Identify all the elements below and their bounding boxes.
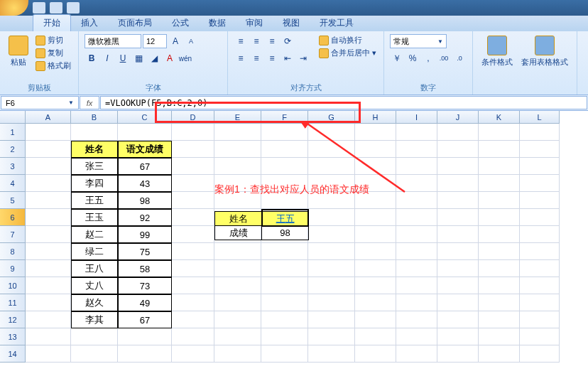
cell-J12[interactable] <box>437 311 479 328</box>
cell-J11[interactable] <box>437 294 479 311</box>
cell-I12[interactable] <box>396 311 437 328</box>
cell-H7[interactable] <box>355 226 396 243</box>
cell-F10[interactable] <box>261 277 308 294</box>
cell-E2[interactable] <box>214 141 261 158</box>
cell-F1[interactable] <box>261 124 308 141</box>
tab-7[interactable]: 开发工具 <box>310 15 364 31</box>
cell-B13[interactable] <box>71 328 118 345</box>
office-button[interactable] <box>0 0 28 16</box>
cell-G1[interactable] <box>308 124 355 141</box>
cell-E13[interactable] <box>214 328 261 345</box>
name-box[interactable]: F6▼ <box>1 96 79 109</box>
font-color-button[interactable]: A <box>163 51 177 65</box>
cell-J7[interactable] <box>437 226 479 243</box>
cell-D9[interactable] <box>172 260 214 277</box>
cell-J14[interactable] <box>437 345 479 363</box>
cell-H3[interactable] <box>355 158 396 175</box>
cell-C3[interactable]: 67 <box>118 158 172 175</box>
cell-C8[interactable]: 75 <box>118 243 172 260</box>
row-header-8[interactable]: 8 <box>0 243 26 260</box>
cell-G8[interactable] <box>308 243 355 260</box>
cell-B5[interactable]: 王五 <box>71 192 118 209</box>
cell-G11[interactable] <box>308 294 355 311</box>
cell-C12[interactable]: 67 <box>118 311 172 328</box>
font-size-input[interactable] <box>143 34 167 48</box>
cell-H2[interactable] <box>355 141 396 158</box>
select-all-corner[interactable] <box>0 111 26 124</box>
underline-button[interactable]: U <box>116 51 130 65</box>
cell-I3[interactable] <box>396 158 437 175</box>
cell-H14[interactable] <box>355 345 396 363</box>
copy-button[interactable]: 复制 <box>34 47 72 59</box>
cell-B4[interactable]: 李四 <box>71 175 118 192</box>
cell-D6[interactable] <box>172 209 214 226</box>
cell-L5[interactable] <box>520 192 560 209</box>
cell-F3[interactable] <box>261 158 308 175</box>
cell-L3[interactable] <box>520 158 560 175</box>
cell-I4[interactable] <box>396 175 437 192</box>
cell-L6[interactable] <box>520 209 560 226</box>
col-header-C[interactable]: C <box>118 111 172 124</box>
cell-E8[interactable] <box>214 243 261 260</box>
bold-button[interactable]: B <box>85 51 99 65</box>
cell-D12[interactable] <box>172 311 214 328</box>
cell-D4[interactable] <box>172 175 214 192</box>
cell-A6[interactable] <box>26 209 71 226</box>
border-button[interactable]: ▦ <box>131 51 146 65</box>
cell-L4[interactable] <box>520 175 560 192</box>
tab-5[interactable]: 审阅 <box>236 15 273 31</box>
cell-F9[interactable] <box>261 260 308 277</box>
cell-L12[interactable] <box>520 311 560 328</box>
col-header-B[interactable]: B <box>71 111 118 124</box>
cell-E11[interactable] <box>214 294 261 311</box>
cell-D11[interactable] <box>172 294 214 311</box>
row-header-12[interactable]: 12 <box>0 311 26 328</box>
cell-G14[interactable] <box>308 345 355 363</box>
cell-D5[interactable] <box>172 192 214 209</box>
cell-F11[interactable] <box>261 294 308 311</box>
cell-K1[interactable] <box>479 124 520 141</box>
row-header-2[interactable]: 2 <box>0 141 26 158</box>
cell-C14[interactable] <box>118 345 172 363</box>
cell-B9[interactable]: 王八 <box>71 260 118 277</box>
tab-1[interactable]: 插入 <box>71 15 108 31</box>
cell-J4[interactable] <box>437 175 479 192</box>
cut-button[interactable]: 剪切 <box>34 34 72 46</box>
qat-undo-icon[interactable] <box>50 2 62 14</box>
orientation-button[interactable]: ⟳ <box>281 34 295 48</box>
cell-C6[interactable]: 92 <box>118 209 172 226</box>
cell-L14[interactable] <box>520 345 560 363</box>
cell-H13[interactable] <box>355 328 396 345</box>
cell-H1[interactable] <box>355 124 396 141</box>
cell-B12[interactable]: 李其 <box>71 311 118 328</box>
cell-L13[interactable] <box>520 328 560 345</box>
row-header-10[interactable]: 10 <box>0 277 26 294</box>
cell-I10[interactable] <box>396 277 437 294</box>
align-left-button[interactable]: ≡ <box>234 51 248 65</box>
cell-A3[interactable] <box>26 158 71 175</box>
row-header-1[interactable]: 1 <box>0 124 26 141</box>
cell-A10[interactable] <box>26 277 71 294</box>
cell-K12[interactable] <box>479 311 520 328</box>
cell-I6[interactable] <box>396 209 437 226</box>
cell-K6[interactable] <box>479 209 520 226</box>
formula-input[interactable]: =VLOOKUP(F5,B:C,2,0) <box>100 96 587 109</box>
align-top-button[interactable]: ≡ <box>234 34 248 48</box>
cell-C4[interactable]: 43 <box>118 175 172 192</box>
cell-B2[interactable]: 姓名 <box>71 141 118 158</box>
cell-J10[interactable] <box>437 277 479 294</box>
qat-save-icon[interactable] <box>33 2 45 14</box>
cell-C13[interactable] <box>118 328 172 345</box>
col-header-G[interactable]: G <box>308 111 355 124</box>
cell-C7[interactable]: 99 <box>118 226 172 243</box>
cell-A12[interactable] <box>26 311 71 328</box>
row-header-5[interactable]: 5 <box>0 192 26 209</box>
cell-B7[interactable]: 赵二 <box>71 226 118 243</box>
cell-L7[interactable] <box>520 226 560 243</box>
cell-C11[interactable]: 49 <box>118 294 172 311</box>
cell-E1[interactable] <box>214 124 261 141</box>
row-header-9[interactable]: 9 <box>0 260 26 277</box>
tab-0[interactable]: 开始 <box>33 14 71 31</box>
cell-K14[interactable] <box>479 345 520 363</box>
font-name-input[interactable] <box>85 34 141 48</box>
